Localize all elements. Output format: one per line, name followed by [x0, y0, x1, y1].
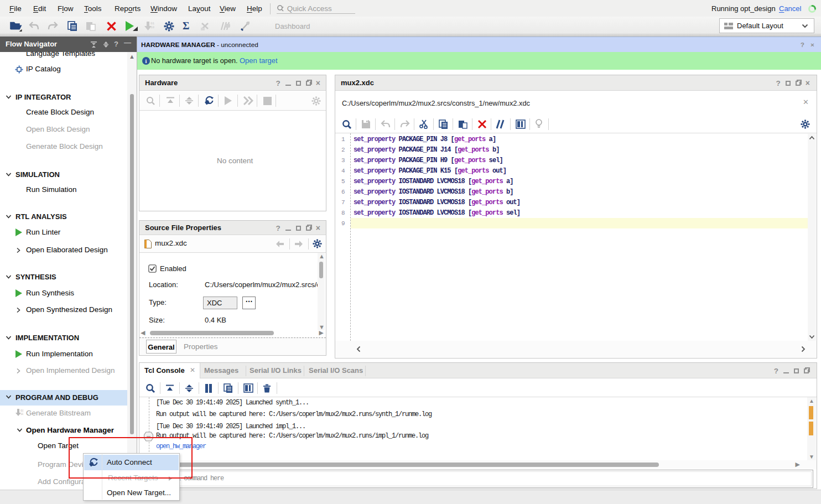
svg-text:i: i [146, 58, 147, 64]
svg-text:10: 10 [150, 25, 154, 29]
svg-text:10: 10 [20, 413, 23, 416]
svg-text:01: 01 [150, 22, 154, 25]
